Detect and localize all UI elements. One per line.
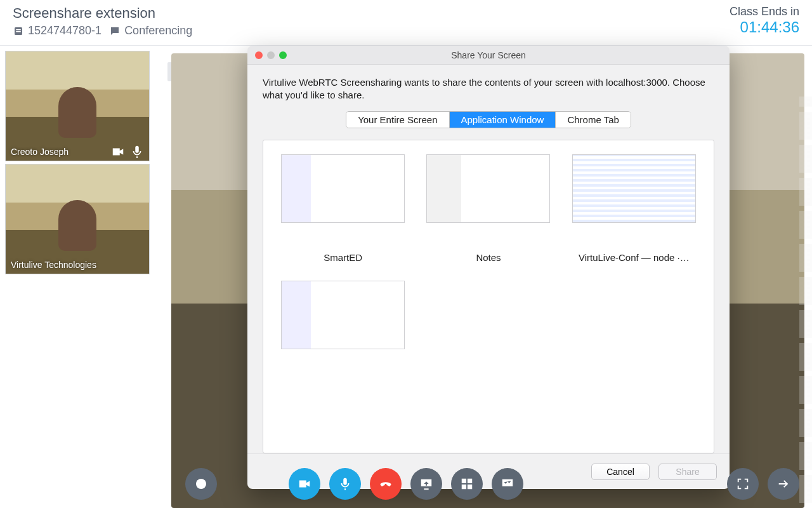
class-countdown: 01:44:36	[730, 18, 799, 36]
avatar	[58, 200, 96, 251]
share-tab-chrome-tab[interactable]: Chrome Tab	[556, 112, 630, 128]
camera-icon[interactable]	[111, 145, 125, 159]
grid-icon	[460, 477, 474, 491]
fullscreen-button[interactable]	[727, 468, 759, 500]
window-option[interactable]: SmartED	[276, 154, 410, 263]
session-id: 1524744780-1	[28, 24, 102, 37]
window-list[interactable]: SmartEDNotesVirtuLive-Conf — node ·…	[263, 140, 714, 454]
fullscreen-icon	[736, 477, 750, 491]
share-tab-your-entire-screen[interactable]: Your Entire Screen	[346, 112, 449, 128]
hangup-button[interactable]	[370, 468, 402, 500]
window-caption: Notes	[476, 252, 501, 263]
window-option[interactable]	[276, 281, 410, 378]
microphone-icon[interactable]	[130, 145, 144, 159]
mic-toggle-button[interactable]	[329, 468, 361, 500]
window-zoom-icon[interactable]	[279, 51, 287, 59]
document-icon	[13, 25, 24, 37]
window-thumb	[572, 154, 696, 223]
participants-sidebar: Creoto Joseph Virtulive Technologies	[0, 46, 164, 508]
camera-icon	[298, 477, 311, 491]
window-option[interactable]: Notes	[421, 154, 555, 263]
section-name: Conferencing	[124, 24, 192, 37]
window-caption: VirtuLive-Conf — node ·…	[579, 252, 690, 263]
page-title: Screenshare extension	[13, 5, 192, 22]
svg-rect-1	[16, 29, 21, 30]
video-toggle-button[interactable]	[289, 468, 320, 500]
window-thumb	[281, 281, 405, 349]
layout-button[interactable]	[451, 468, 483, 500]
chat-icon	[109, 25, 121, 37]
window-close-icon[interactable]	[255, 51, 263, 59]
avatar	[58, 87, 96, 138]
share-tab-application-window[interactable]: Application Window	[450, 112, 556, 128]
window-thumb	[281, 154, 405, 223]
arrow-right-icon	[776, 477, 790, 491]
participant-name: Creoto Joseph	[11, 147, 106, 157]
window-thumb	[426, 154, 550, 223]
class-ends-label: Class Ends in	[730, 5, 799, 18]
record-button[interactable]	[185, 468, 217, 500]
share-screen-dialog: Share Your Screen Virtulive WebRTC Scree…	[247, 46, 730, 489]
participant-thumb[interactable]: Creoto Joseph	[5, 51, 150, 161]
dialog-message: Virtulive WebRTC Screensharing wants to …	[263, 76, 714, 102]
window-minimize-icon	[267, 51, 275, 59]
screenshare-button[interactable]	[410, 468, 442, 500]
phone-down-icon	[379, 477, 393, 491]
participant-name: Virtulive Technologies	[11, 260, 144, 270]
microphone-icon	[338, 477, 352, 491]
right-icon-strip	[799, 97, 812, 503]
record-icon	[196, 479, 206, 489]
whiteboard-button[interactable]	[492, 468, 523, 500]
next-button[interactable]	[768, 468, 799, 500]
window-option[interactable]: VirtuLive-Conf — node ·…	[567, 154, 701, 263]
breadcrumb: 1524744780-1 Conferencing	[13, 24, 192, 37]
share-mode-tabs: Your Entire ScreenApplication WindowChro…	[346, 111, 631, 128]
dialog-title: Share Your Screen	[247, 50, 730, 60]
svg-rect-2	[16, 31, 21, 32]
call-toolbar	[0, 460, 812, 508]
screenshare-icon	[419, 477, 433, 491]
participant-thumb[interactable]: Virtulive Technologies	[5, 164, 150, 274]
window-caption: SmartED	[324, 252, 362, 263]
presentation-icon	[501, 477, 514, 491]
